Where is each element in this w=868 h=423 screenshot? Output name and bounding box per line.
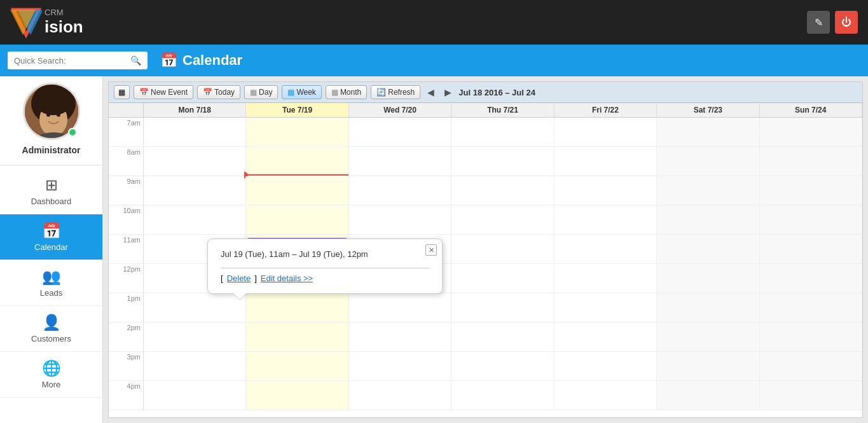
cell-fri-10am[interactable] (555, 205, 657, 234)
sidebar: Administrator ⊞ Dashboard 📅 Calendar 👥 L… (0, 76, 103, 423)
cell-thu-7am[interactable] (451, 118, 554, 146)
search-input[interactable] (8, 52, 125, 69)
sidebar-item-leads[interactable]: 👥 Leads (0, 260, 102, 306)
cell-sun-2pm[interactable] (760, 322, 862, 351)
cell-sun-4pm[interactable] (760, 381, 862, 410)
cell-thu-4pm[interactable] (451, 381, 554, 410)
cell-thu-12pm[interactable] (451, 264, 554, 293)
cell-fri-8am[interactable] (555, 147, 657, 176)
cell-tue-1pm[interactable] (246, 293, 348, 322)
cell-sun-3pm[interactable] (760, 352, 862, 380)
cell-sat-9am[interactable] (657, 176, 759, 205)
cell-sun-9am[interactable] (760, 176, 862, 205)
cell-thu-10am[interactable] (451, 205, 554, 234)
search-button[interactable]: 🔍 (125, 52, 146, 69)
cell-wed-10am[interactable] (349, 205, 451, 234)
day-view-button[interactable]: ▦ Day (244, 85, 278, 99)
cell-wed-9am[interactable] (349, 176, 451, 205)
sidebar-item-customers[interactable]: 👤 Customers (0, 306, 102, 352)
bracket-open: [ (221, 274, 223, 283)
cell-thu-11am[interactable] (451, 235, 554, 263)
sidebar-item-calendar[interactable]: 📅 Calendar (0, 214, 102, 260)
new-event-button[interactable]: 📅 New Event (134, 85, 193, 99)
logo-area: CRM ision (10, 6, 83, 38)
cell-thu-1pm[interactable] (451, 293, 554, 322)
tooltip-close-button[interactable]: ✕ (425, 244, 437, 256)
cell-mon-1pm[interactable] (144, 293, 246, 322)
cell-tue-3pm[interactable] (246, 352, 348, 380)
cell-mon-4pm[interactable] (144, 381, 246, 410)
cell-sat-11am[interactable] (657, 235, 759, 263)
prev-button[interactable]: ◀ (424, 86, 437, 99)
cell-fri-12pm[interactable] (555, 264, 657, 293)
main-layout: Administrator ⊞ Dashboard 📅 Calendar 👥 L… (0, 76, 868, 423)
tooltip-delete-link[interactable]: Delete (227, 274, 251, 283)
cell-wed-4pm[interactable] (349, 381, 451, 410)
refresh-button[interactable]: 🔄 Refresh (371, 85, 420, 99)
today-icon: 📅 (203, 88, 212, 97)
next-button[interactable]: ▶ (441, 86, 455, 99)
cell-tue-9am[interactable] (246, 176, 348, 205)
time-row-3pm: 3pm (109, 352, 862, 381)
cell-thu-9am[interactable] (451, 176, 554, 205)
cell-mon-7am[interactable] (144, 118, 246, 146)
time-row-4pm: 4pm (109, 381, 862, 410)
week-view-button[interactable]: ▦ Week (282, 85, 321, 99)
cell-sun-8am[interactable] (760, 147, 862, 176)
cell-sat-10am[interactable] (657, 205, 759, 234)
more-icon: 🌐 (42, 359, 61, 377)
cell-sat-12pm[interactable] (657, 264, 759, 293)
time-label-12pm: 12pm (109, 264, 144, 293)
cell-wed-7am[interactable] (349, 118, 451, 146)
cell-mon-10am[interactable] (144, 205, 246, 234)
sidebar-item-more[interactable]: 🌐 More (0, 352, 102, 398)
tooltip-divider (221, 268, 429, 268)
month-view-button[interactable]: ▦ Month (326, 85, 367, 99)
cell-sun-7am[interactable] (760, 118, 862, 146)
header-actions: ✎ ⏻ (807, 11, 858, 34)
cell-tue-4pm[interactable] (246, 381, 348, 410)
cell-fri-7am[interactable] (555, 118, 657, 146)
cell-fri-1pm[interactable] (555, 293, 657, 322)
grid-view-button[interactable]: ▦ (114, 85, 130, 99)
cell-fri-3pm[interactable] (555, 352, 657, 380)
edit-button[interactable]: ✎ (807, 11, 830, 34)
top-header: CRM ision ✎ ⏻ (0, 0, 868, 45)
cell-thu-2pm[interactable] (451, 322, 554, 351)
cell-tue-10am[interactable] (246, 205, 348, 234)
cell-tue-8am[interactable] (246, 147, 348, 176)
cell-fri-2pm[interactable] (555, 322, 657, 351)
cell-mon-2pm[interactable] (144, 322, 246, 351)
cell-wed-8am[interactable] (349, 147, 451, 176)
cell-fri-4pm[interactable] (555, 381, 657, 410)
cell-mon-8am[interactable] (144, 147, 246, 176)
cell-fri-9am[interactable] (555, 176, 657, 205)
cell-mon-9am[interactable] (144, 176, 246, 205)
customers-icon: 👤 (42, 314, 61, 331)
cell-sat-4pm[interactable] (657, 381, 759, 410)
cell-sat-3pm[interactable] (657, 352, 759, 380)
cell-wed-3pm[interactable] (349, 352, 451, 380)
sidebar-item-dashboard[interactable]: ⊞ Dashboard (0, 169, 102, 214)
cell-wed-1pm[interactable] (349, 293, 451, 322)
tooltip-edit-link[interactable]: Edit details >> (261, 274, 313, 283)
cell-sun-1pm[interactable] (760, 293, 862, 322)
cell-mon-3pm[interactable] (144, 352, 246, 380)
cell-sat-2pm[interactable] (657, 322, 759, 351)
cell-tue-2pm[interactable] (246, 322, 348, 351)
cell-tue-7am[interactable] (246, 118, 348, 146)
cell-wed-2pm[interactable] (349, 322, 451, 351)
cell-fri-11am[interactable] (555, 235, 657, 263)
cell-sun-10am[interactable] (760, 205, 862, 234)
cell-sun-12pm[interactable] (760, 264, 862, 293)
power-button[interactable]: ⏻ (835, 11, 858, 34)
cell-thu-3pm[interactable] (451, 352, 554, 380)
time-label-3pm: 3pm (109, 352, 144, 380)
cell-sun-11am[interactable] (760, 235, 862, 263)
sidebar-label-leads: Leads (40, 288, 62, 298)
today-button[interactable]: 📅 Today (197, 85, 240, 99)
cell-thu-8am[interactable] (451, 147, 554, 176)
cell-sat-7am[interactable] (657, 118, 759, 146)
cell-sat-8am[interactable] (657, 147, 759, 176)
cell-sat-1pm[interactable] (657, 293, 759, 322)
